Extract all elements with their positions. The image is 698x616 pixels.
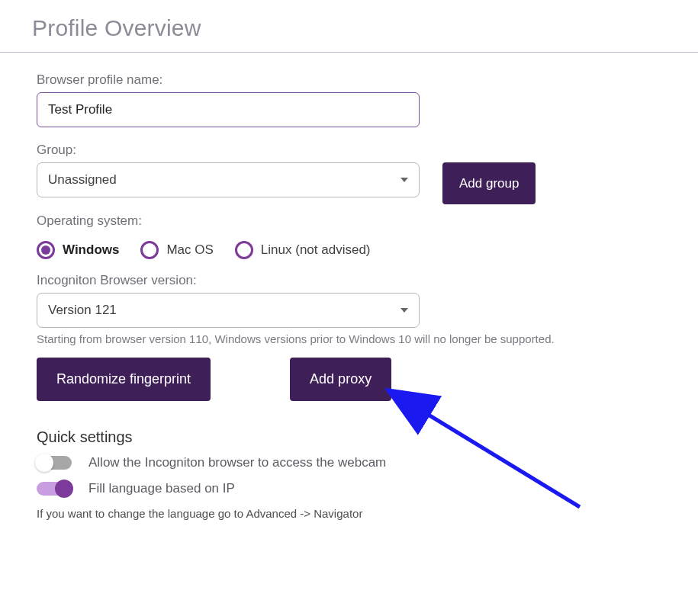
os-radio-group: Windows Mac OS Linux (not advised) xyxy=(37,241,698,259)
group-label: Group: xyxy=(37,143,698,158)
add-group-button[interactable]: Add group xyxy=(442,162,536,204)
fill-language-toggle-label: Fill language based on IP xyxy=(88,481,235,496)
add-proxy-button[interactable]: Add proxy xyxy=(290,358,391,401)
group-selected-value: Unassigned xyxy=(48,172,117,188)
browser-version-label: Incogniton Browser version: xyxy=(37,273,698,288)
quick-settings-heading: Quick settings xyxy=(37,428,698,446)
os-radio-linux[interactable]: Linux (not advised) xyxy=(235,241,371,259)
page-title: Profile Overview xyxy=(0,0,698,52)
browser-version-selected-value: Version 121 xyxy=(48,303,117,318)
language-note: If you want to change the language go to… xyxy=(37,507,698,520)
os-radio-label: Windows xyxy=(63,242,119,258)
profile-name-label: Browser profile name: xyxy=(37,72,698,88)
webcam-toggle-label: Allow the Incogniton browser to access t… xyxy=(88,455,386,470)
toggle-knob-icon xyxy=(55,480,73,498)
fill-language-toggle[interactable] xyxy=(37,482,72,496)
toggle-knob-icon xyxy=(35,454,53,472)
chevron-down-icon xyxy=(400,308,408,313)
chevron-down-icon xyxy=(400,178,408,182)
os-radio-label: Linux (not advised) xyxy=(261,242,371,258)
webcam-toggle[interactable] xyxy=(37,456,72,470)
randomize-fingerprint-button[interactable]: Randomize fingerprint xyxy=(37,358,211,401)
browser-version-select[interactable]: Version 121 xyxy=(37,293,420,328)
profile-name-input[interactable] xyxy=(37,92,420,127)
os-radio-windows[interactable]: Windows xyxy=(37,241,119,259)
radio-icon xyxy=(140,241,159,259)
os-label: Operating system: xyxy=(37,213,698,229)
radio-icon xyxy=(37,241,55,259)
browser-version-hint: Starting from browser version 110, Windo… xyxy=(37,332,698,345)
os-radio-macos[interactable]: Mac OS xyxy=(140,241,213,259)
os-radio-label: Mac OS xyxy=(166,242,213,258)
radio-icon xyxy=(235,241,253,259)
group-select[interactable]: Unassigned xyxy=(37,162,420,197)
